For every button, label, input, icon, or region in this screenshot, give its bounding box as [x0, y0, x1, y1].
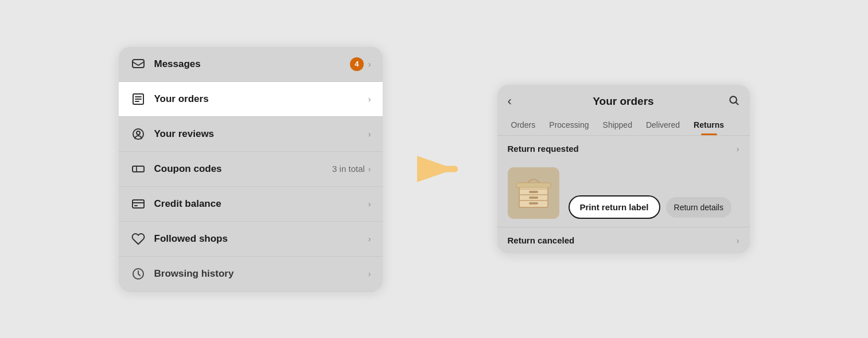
return-canceled-label: Return canceled [508, 235, 737, 245]
arrow-indicator [417, 155, 463, 183]
print-return-label-button[interactable]: Print return label [569, 195, 660, 219]
followed-shops-label: Followed shops [154, 233, 368, 245]
messages-menu-item[interactable]: Messages 4 › [119, 47, 383, 82]
search-button[interactable] [722, 95, 739, 109]
order-tabs: Orders Processing Shipped Delivered Retu… [497, 116, 750, 136]
your-reviews-chevron: › [368, 129, 371, 139]
messages-label: Messages [154, 58, 350, 70]
coupon-codes-menu-item[interactable]: Coupon codes 3 in total › [119, 152, 383, 187]
coupon-icon [130, 161, 146, 177]
credit-balance-label: Credit balance [154, 198, 368, 210]
return-requested-row[interactable]: Return requested › [497, 136, 750, 162]
message-icon [130, 56, 146, 72]
tab-delivered[interactable]: Delivered [640, 116, 686, 135]
svg-rect-18 [516, 183, 551, 187]
return-requested-label: Return requested [508, 144, 737, 154]
orders-icon [130, 91, 146, 107]
heart-icon [130, 231, 146, 247]
your-orders-label: Your orders [154, 93, 368, 105]
svg-rect-7 [133, 166, 144, 172]
messages-badge: 4 [350, 57, 364, 71]
return-canceled-chevron: › [737, 236, 739, 245]
svg-rect-23 [529, 196, 538, 199]
your-reviews-label: Your reviews [154, 128, 368, 140]
right-panel-title: Your orders [525, 95, 722, 108]
credit-balance-menu-item[interactable]: Credit balance › [119, 187, 383, 222]
action-buttons: Print return label Return details [569, 195, 731, 219]
your-reviews-menu-item[interactable]: Your reviews › [119, 117, 383, 152]
right-orders-panel: ‹ Your orders Orders Processing Shipped … [497, 85, 750, 253]
tab-processing[interactable]: Processing [543, 116, 594, 135]
left-menu-panel: Messages 4 › Your orders › Your reviews … [119, 47, 383, 292]
back-button[interactable]: ‹ [508, 94, 525, 109]
svg-line-16 [735, 102, 738, 104]
tab-returns[interactable]: Returns [688, 116, 730, 135]
messages-chevron: › [368, 60, 371, 69]
followed-shops-chevron: › [368, 234, 371, 243]
return-requested-chevron: › [737, 144, 739, 154]
svg-rect-22 [529, 191, 538, 193]
credit-balance-chevron: › [368, 199, 371, 209]
history-icon [130, 266, 146, 282]
return-details-button[interactable]: Return details [666, 197, 731, 218]
coupon-meta: 3 in total [332, 164, 365, 174]
svg-rect-0 [133, 60, 144, 68]
product-thumbnail [508, 167, 559, 219]
svg-rect-24 [529, 202, 538, 205]
product-area: Print return label Return details [497, 162, 750, 227]
svg-point-6 [137, 131, 140, 135]
followed-shops-menu-item[interactable]: Followed shops › [119, 222, 383, 257]
return-canceled-row[interactable]: Return canceled › [497, 227, 750, 253]
your-orders-chevron: › [368, 95, 371, 104]
coupon-codes-label: Coupon codes [154, 163, 333, 175]
tab-orders[interactable]: Orders [505, 116, 542, 135]
browsing-history-label: Browsing history [154, 268, 368, 280]
reviews-icon [130, 126, 146, 142]
coupon-codes-chevron: › [368, 164, 371, 174]
browsing-history-menu-item[interactable]: Browsing history › [119, 257, 383, 292]
right-header: ‹ Your orders [497, 85, 750, 116]
credit-icon [130, 196, 146, 212]
your-orders-menu-item[interactable]: Your orders › [119, 82, 383, 117]
tab-shipped[interactable]: Shipped [597, 116, 638, 135]
browsing-history-chevron: › [368, 269, 371, 278]
svg-rect-9 [133, 200, 144, 208]
